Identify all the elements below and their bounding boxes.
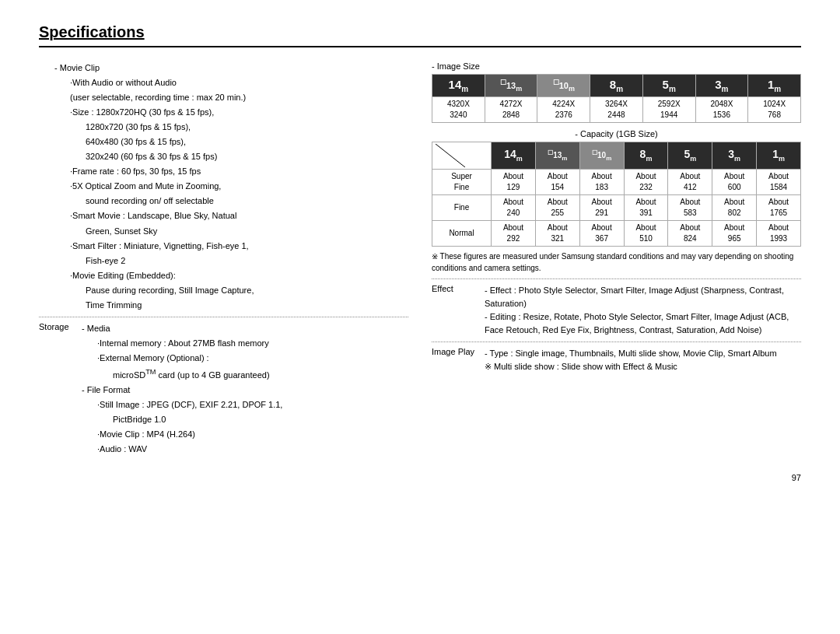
header-14m: 14m xyxy=(432,75,485,97)
capacity-superfine-row: SuperFine About129 About154 About183 Abo… xyxy=(432,170,801,195)
movie-clip-line-9: sound recording on/ off selectable xyxy=(39,194,408,208)
size-3264: 3264X2448 xyxy=(590,97,643,123)
header-5m: 5m xyxy=(642,75,695,97)
capacity-table: 14m ☐13m ☐10m 8m 5m 3m 1m SuperFine Abou… xyxy=(432,142,801,247)
movie-clip-line-5: 640x480 (30 fps & 15 fps), xyxy=(39,135,408,149)
capacity-diag-cell xyxy=(432,142,492,170)
header-13m: ☐13m xyxy=(485,75,537,97)
capacity-header-row: 14m ☐13m ☐10m 8m 5m 3m 1m xyxy=(432,142,801,170)
size-2592: 2592X1944 xyxy=(642,97,695,123)
cap-sf-14: About129 xyxy=(492,170,536,195)
cap-header-10m: ☐10m xyxy=(579,142,624,170)
size-4272: 4272X2848 xyxy=(485,97,537,123)
image-play-content: - Type : Single image, Thumbnails, Multi… xyxy=(485,347,801,373)
quality-fine: Fine xyxy=(432,195,492,221)
left-column: - Movie Clip ·With Audio or without Audi… xyxy=(39,61,408,457)
size-4224: 4224X2376 xyxy=(537,97,590,123)
cap-sf-3: About600 xyxy=(712,170,757,195)
cap-n-1: About1993 xyxy=(757,221,801,247)
movie-clip-line-7: ·Frame rate : 60 fps, 30 fps, 15 fps xyxy=(39,165,408,178)
image-play-row: Image Play - Type : Single image, Thumbn… xyxy=(432,342,801,373)
quality-normal: Normal xyxy=(432,221,492,247)
storage-line-7: PictBridge 1.0 xyxy=(82,413,282,426)
storage-line-9: ·Audio : WAV xyxy=(82,443,282,456)
image-size-table: 14m ☐13m ☐10m 8m 5m 3m 1m 4320X3240 4272… xyxy=(432,74,801,123)
cap-n-5: About824 xyxy=(668,221,712,247)
storage-line-1: - Media xyxy=(82,322,282,335)
capacity-fine-row: Fine About240 About255 About291 About391… xyxy=(432,195,801,221)
movie-clip-line-3: ·Size : 1280x720HQ (30 fps & 15 fps), xyxy=(39,106,408,119)
movie-clip-line-10: ·Smart Movie : Landscape, Blue Sky, Natu… xyxy=(39,209,408,222)
cap-header-5m: 5m xyxy=(668,142,712,170)
cap-sf-8: About232 xyxy=(624,170,668,195)
cap-f-1: About1765 xyxy=(757,195,801,221)
storage-line-6: ·Still Image : JPEG (DCF), EXIF 2.21, DP… xyxy=(82,398,282,412)
storage-line-4: microSDTM card (up to 4 GB guaranteed) xyxy=(82,366,282,382)
cap-n-13: About321 xyxy=(535,221,579,247)
effect-label: Effect xyxy=(432,284,478,337)
cap-sf-5: About412 xyxy=(668,170,712,195)
page-number: 97 xyxy=(792,473,801,482)
storage-line-5: - File Format xyxy=(82,384,282,397)
page-title: Specifications xyxy=(39,23,801,47)
cap-n-3: About965 xyxy=(712,221,757,247)
movie-clip-line-4: 1280x720 (30 fps & 15 fps), xyxy=(39,121,408,134)
image-size-row: 4320X3240 4272X2848 4224X2376 3264X2448 … xyxy=(432,97,801,123)
header-1m: 1m xyxy=(748,75,801,97)
effect-row: Effect - Effect : Photo Style Selector, … xyxy=(432,278,801,337)
cap-f-8: About391 xyxy=(624,195,668,221)
header-10m: ☐10m xyxy=(537,75,590,97)
image-play-label: Image Play xyxy=(432,347,478,373)
cap-f-10: About291 xyxy=(579,195,624,221)
movie-clip-header: - Movie Clip xyxy=(39,61,408,75)
image-size-label: - Image Size xyxy=(432,61,801,71)
capacity-normal-row: Normal About292 About321 About367 About5… xyxy=(432,221,801,247)
capacity-note: ※ These figures are measured under Samsu… xyxy=(432,251,801,274)
quality-superfine: SuperFine xyxy=(432,170,492,195)
storage-line-3: ·External Memory (Optional) : xyxy=(82,352,282,365)
effect-content: - Effect : Photo Style Selector, Smart F… xyxy=(485,284,801,337)
size-2048: 2048X1536 xyxy=(695,97,748,123)
movie-clip-line-15: Pause during recording, Still Image Capt… xyxy=(39,284,408,297)
cap-sf-1: About1584 xyxy=(757,170,801,195)
movie-clip-line-12: ·Smart Filter : Miniature, Vignetting, F… xyxy=(39,240,408,253)
cap-header-3m: 3m xyxy=(712,142,757,170)
storage-line-8: ·Movie Clip : MP4 (H.264) xyxy=(82,428,282,441)
size-4320: 4320X3240 xyxy=(432,97,485,123)
header-row: 14m ☐13m ☐10m 8m 5m 3m 1m xyxy=(432,75,801,97)
cap-header-8m: 8m xyxy=(624,142,668,170)
cap-sf-10: About183 xyxy=(579,170,624,195)
cap-header-13m: ☐13m xyxy=(535,142,579,170)
cap-header-14m: 14m xyxy=(492,142,536,170)
header-8m: 8m xyxy=(590,75,643,97)
storage-section: Storage - Media ·Internal memory : About… xyxy=(39,322,408,457)
movie-clip-line-14: ·Movie Editing (Embedded): xyxy=(39,269,408,282)
cap-f-14: About240 xyxy=(492,195,536,221)
divider-1 xyxy=(39,317,408,317)
movie-clip-line-8: ·5X Optical Zoom and Mute in Zooming, xyxy=(39,180,408,193)
cap-f-3: About802 xyxy=(712,195,757,221)
movie-clip-line-1: ·With Audio or without Audio xyxy=(39,76,408,89)
cap-f-13: About255 xyxy=(535,195,579,221)
movie-clip-line-6: 320x240 (60 fps & 30 fps & 15 fps) xyxy=(39,150,408,163)
cap-f-5: About583 xyxy=(668,195,712,221)
storage-line-2: ·Internal memory : About 27MB flash memo… xyxy=(82,337,282,350)
capacity-label: - Capacity (1GB Size) xyxy=(432,129,801,138)
cap-n-10: About367 xyxy=(579,221,624,247)
movie-clip-line-13: Fish-eye 2 xyxy=(39,254,408,268)
cap-n-14: About292 xyxy=(492,221,536,247)
storage-content: - Media ·Internal memory : About 27MB fl… xyxy=(82,322,282,457)
svg-line-0 xyxy=(436,144,465,167)
cap-sf-13: About154 xyxy=(535,170,579,195)
size-1024: 1024X768 xyxy=(748,97,801,123)
cap-header-1m: 1m xyxy=(757,142,801,170)
storage-label: Storage xyxy=(39,322,82,457)
header-3m: 3m xyxy=(695,75,748,97)
right-column: - Image Size 14m ☐13m ☐10m 8m 5m 3m 1m 4… xyxy=(432,61,801,457)
movie-clip-line-2: (user selectable, recording time : max 2… xyxy=(39,91,408,104)
movie-clip-line-11: Green, Sunset Sky xyxy=(39,225,408,238)
cap-n-8: About510 xyxy=(624,221,668,247)
movie-clip-line-16: Time Trimming xyxy=(39,299,408,312)
